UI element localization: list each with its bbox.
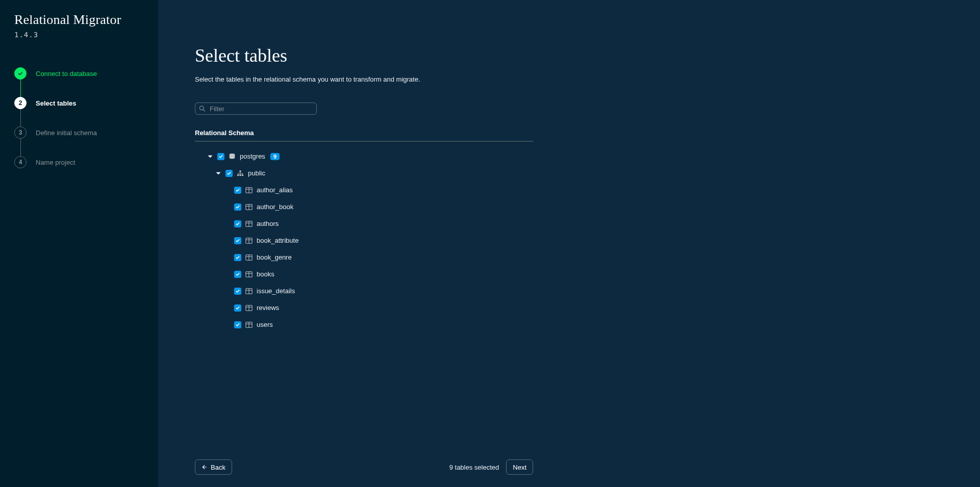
step-connector	[20, 80, 21, 97]
wizard-steps: Connect to database 2 Select tables 3 De…	[14, 67, 144, 168]
table-icon	[245, 321, 253, 328]
page-title: Select tables	[195, 45, 943, 66]
table-icon	[245, 304, 253, 312]
table-icon	[245, 220, 253, 227]
step-label: Name project	[36, 159, 75, 166]
tree-table-row[interactable]: author_book	[195, 198, 943, 215]
tree-database-row[interactable]: postgres 9	[195, 148, 943, 165]
table-icon	[245, 271, 253, 278]
main-content: Select tables Select the tables in the r…	[158, 0, 980, 487]
table-count-badge: 9	[270, 153, 280, 160]
table-name: author_alias	[257, 186, 293, 194]
table-name: users	[257, 321, 273, 328]
step-label: Define initial schema	[36, 129, 97, 137]
database-name: postgres	[240, 152, 265, 160]
search-icon	[199, 106, 206, 112]
checkbox[interactable]	[234, 220, 241, 227]
checkbox[interactable]	[234, 203, 241, 211]
schema-name: public	[248, 169, 265, 177]
step-name-project[interactable]: 4 Name project	[14, 156, 144, 168]
checkbox[interactable]	[234, 304, 241, 312]
table-name: reviews	[257, 304, 279, 312]
tree-table-row[interactable]: users	[195, 316, 943, 333]
table-name: books	[257, 270, 274, 278]
table-icon	[245, 203, 253, 211]
database-icon	[229, 153, 236, 160]
tree-table-row[interactable]: author_alias	[195, 182, 943, 198]
svg-point-2	[237, 174, 239, 176]
table-name: author_book	[257, 203, 293, 211]
svg-point-3	[239, 174, 241, 176]
table-icon	[245, 187, 253, 194]
tree-table-row[interactable]: book_genre	[195, 249, 943, 266]
step-connector	[20, 109, 21, 126]
back-button[interactable]: Back	[195, 459, 232, 475]
arrow-left-icon	[202, 464, 208, 470]
table-name: book_genre	[257, 253, 292, 261]
sidebar: Relational Migrator 1.4.3 Connect to dat…	[0, 0, 158, 487]
svg-point-4	[242, 174, 244, 176]
schema-tree: postgres 9 public author_aliasauthor_boo…	[195, 148, 943, 333]
checkbox[interactable]	[234, 271, 241, 278]
table-name: book_attribute	[257, 237, 298, 244]
chevron-down-icon[interactable]	[215, 170, 221, 176]
checkbox[interactable]	[234, 321, 241, 328]
next-label: Next	[513, 464, 526, 471]
step-connect-database[interactable]: Connect to database	[14, 67, 144, 97]
svg-point-1	[239, 170, 241, 172]
table-name: authors	[257, 220, 279, 227]
step-select-tables[interactable]: 2 Select tables	[14, 97, 144, 126]
step-number: 4	[14, 156, 27, 168]
tree-table-row[interactable]: authors	[195, 215, 943, 232]
checkbox[interactable]	[234, 237, 241, 244]
tree-table-row[interactable]: book_attribute	[195, 232, 943, 249]
table-icon	[245, 254, 253, 261]
checkbox[interactable]	[234, 288, 241, 295]
app-version: 1.4.3	[14, 31, 144, 39]
schema-heading: Relational Schema	[195, 129, 943, 137]
footer-right: 9 tables selected Next	[449, 459, 533, 475]
app-title: Relational Migrator	[14, 12, 144, 28]
tree-schema-row[interactable]: public	[195, 165, 943, 182]
table-icon	[245, 288, 253, 295]
filter-wrap	[195, 102, 317, 115]
tree-table-row[interactable]: books	[195, 266, 943, 283]
page-subtitle: Select the tables in the relational sche…	[195, 75, 943, 83]
step-number: 3	[14, 126, 27, 139]
checkbox[interactable]	[225, 170, 233, 177]
table-icon	[245, 237, 253, 244]
step-define-schema[interactable]: 3 Define initial schema	[14, 126, 144, 156]
schema-icon	[237, 170, 244, 177]
back-label: Back	[211, 464, 225, 471]
selected-count: 9 tables selected	[449, 464, 499, 471]
step-connector	[20, 139, 21, 156]
chevron-down-icon[interactable]	[207, 153, 213, 160]
table-name: issue_details	[257, 287, 295, 295]
tree-table-row[interactable]: reviews	[195, 299, 943, 316]
checkbox[interactable]	[234, 254, 241, 261]
checkbox[interactable]	[217, 153, 224, 160]
filter-input[interactable]	[195, 102, 317, 115]
step-label: Connect to database	[36, 70, 97, 78]
checkbox[interactable]	[234, 187, 241, 194]
check-icon	[14, 67, 27, 80]
footer: Back 9 tables selected Next	[195, 459, 533, 475]
tree-table-row[interactable]: issue_details	[195, 283, 943, 299]
step-number: 2	[14, 97, 27, 109]
divider	[195, 141, 533, 142]
next-button[interactable]: Next	[506, 459, 533, 475]
step-label: Select tables	[36, 99, 77, 107]
